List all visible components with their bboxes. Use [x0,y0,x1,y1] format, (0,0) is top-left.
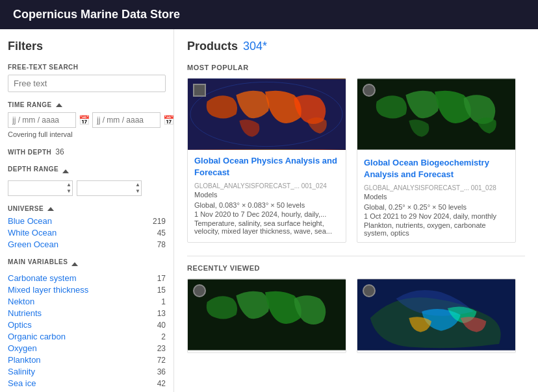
depth-max-input[interactable] [77,180,142,196]
card-2-title: Global Ocean Biogeochemistry Analysis an… [364,157,509,180]
card-1-type: Models [194,191,339,199]
universe-section: UNIVERSE Blue Ocean 219 White Ocean 45 G… [8,205,166,249]
var-item-sea-ice[interactable]: Sea ice 42 [8,378,166,388]
map-svg-bio [357,79,515,150]
universe-item-green-ocean[interactable]: Green Ocean 78 [8,239,166,249]
globe-icon-1 [193,84,206,97]
date-start-row: 📅 📅 [8,112,166,128]
app-title: Copernicus Marine Data Store [13,8,180,21]
main-variables-label: MAIN VARIABLES [8,258,68,265]
var-item-organic-carbon[interactable]: Organic carbon 2 [8,332,166,341]
recent-card-2[interactable] [357,278,516,353]
var-item-mixed-layer[interactable]: Mixed layer thickness 15 [8,285,166,295]
card-map-physics [188,79,346,150]
var-item-nekton[interactable]: Nekton 1 [8,297,166,306]
card-2-date: 1 Oct 2021 to 29 Nov 2024, daily, monthl… [364,212,509,220]
card-1-meta: Global, 0.083° × 0.083° × 50 levels [194,201,339,209]
var-item-carbonate[interactable]: Carbonate system 17 [8,273,166,283]
products-label: Products [187,40,238,53]
time-range-label: TIME RANGE [8,101,52,108]
most-popular-cards: Global Ocean Physics Analysis and Foreca… [187,78,525,243]
universe-label: UNIVERSE [8,205,44,212]
free-text-section: FREE-TEXT SEARCH [8,64,166,92]
covering-text: Covering full interval [8,130,166,138]
depth-range-toggle-icon[interactable] [62,169,69,173]
var-item-plankton[interactable]: Plankton 72 [8,355,166,365]
card-global-ocean-biogeochemistry[interactable]: Global Ocean Biogeochemistry Analysis an… [357,78,516,243]
card-2-meta: Global, 0.25° × 0.25° × 50 levels [364,203,509,211]
recently-viewed-cards [187,278,525,353]
time-range-toggle-icon[interactable] [56,103,62,107]
universe-item-blue-ocean[interactable]: Blue Ocean 219 [8,216,166,226]
with-depth-section: WITH DEPTH 36 [8,147,166,156]
universe-toggle-icon[interactable] [47,207,54,211]
depth-max-spinner[interactable]: ▲▼ [135,182,140,195]
section-divider [187,256,525,256]
card-2-tags: Plankton, nutrients, oxygen, carbonate s… [364,221,509,237]
recent-map-svg-1 [188,279,346,350]
card-1-id: GLOBAL_ANALYSISFORECAST_... 001_024 [194,182,339,190]
time-range-header: TIME RANGE [8,101,166,108]
sidebar-title: Filters [8,40,166,53]
app-header: Copernicus Marine Data Store [0,0,538,29]
with-depth-label: WITH DEPTH [8,149,51,156]
free-text-label: FREE-TEXT SEARCH [8,64,166,71]
sidebar: Filters FREE-TEXT SEARCH TIME RANGE 📅 📅 … [0,29,174,392]
products-count: 304* [243,40,267,53]
main-variables-section: MAIN VARIABLES Carbonate system 17 Mixed… [8,258,166,392]
var-item-oxygen[interactable]: Oxygen 23 [8,343,166,353]
calendar-start-icon[interactable]: 📅 [79,115,90,125]
map-svg-physics [188,79,346,150]
main-content: Products 304* MOST POPULAR [174,29,538,392]
var-item-optics[interactable]: Optics 40 [8,320,166,330]
time-range-section: TIME RANGE 📅 📅 Covering full interval [8,101,166,138]
universe-item-white-ocean[interactable]: White Ocean 45 [8,228,166,238]
depth-range-label: DEPTH RANGE [8,165,58,173]
date-start-input[interactable] [8,112,76,128]
card-global-ocean-physics[interactable]: Global Ocean Physics Analysis and Foreca… [187,78,346,243]
products-header: Products 304* [187,40,525,53]
card-1-date: 1 Nov 2020 to 7 Dec 2024, hourly, daily,… [194,210,339,218]
var-item-salinity[interactable]: Salinity 36 [8,367,166,376]
depth-min-spinner[interactable]: ▲▼ [66,182,71,195]
card-1-tags: Temperature, salinity, sea surface heigh… [194,219,339,235]
free-text-input[interactable] [8,75,166,92]
var-item-nutrients[interactable]: Nutrients 13 [8,308,166,318]
recently-viewed-heading: RECENTLY VIEWED [187,264,525,272]
card-2-id: GLOBAL_ANALYSISFORECAST_... 001_028 [364,184,509,191]
depth-min-input[interactable] [8,180,73,196]
recent-map-svg-2 [357,279,515,350]
recent-card-1[interactable] [187,278,346,353]
globe-icon-2 [363,84,376,97]
with-depth-count: 36 [55,147,64,156]
date-end-input[interactable] [92,112,160,128]
main-variables-toggle-icon[interactable] [71,262,78,266]
calendar-end-icon[interactable]: 📅 [163,115,174,125]
card-2-type: Models [364,193,509,201]
most-popular-heading: MOST POPULAR [187,64,525,71]
card-1-title: Global Ocean Physics Analysis and Foreca… [194,155,339,178]
depth-range-section: DEPTH RANGE ▲▼ ▲▼ [8,165,166,196]
